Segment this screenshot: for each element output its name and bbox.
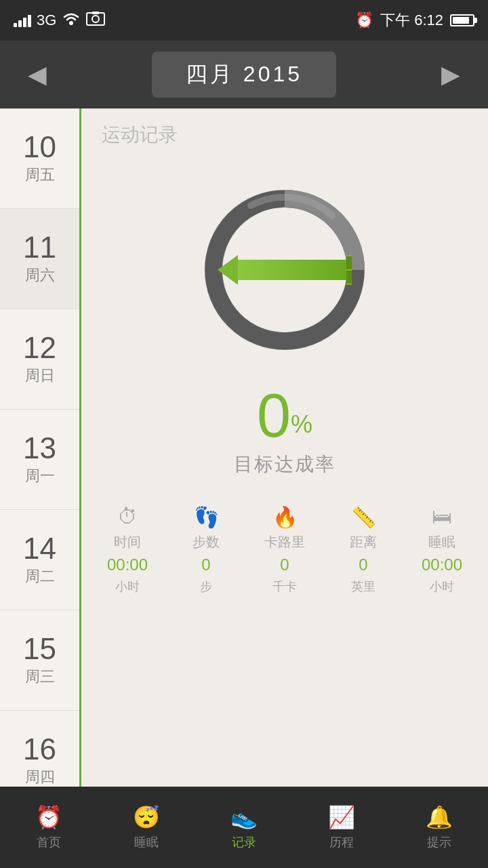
stat-item-3: 📏 距离 0 英里 (324, 505, 403, 595)
nav-icon: 📈 (328, 804, 355, 830)
stat-unit: 小时 (115, 578, 140, 595)
stat-value: 0 (359, 555, 367, 574)
svg-rect-3 (92, 12, 99, 14)
nav-item-提示[interactable]: 🔔 提示 (390, 804, 488, 850)
stat-unit: 小时 (430, 578, 454, 595)
percent-sign: % (291, 410, 312, 438)
date-day: 周日 (25, 366, 55, 386)
date-day: 周一 (25, 466, 55, 486)
date-number: 12 (23, 333, 56, 363)
signal-bars (14, 14, 31, 27)
nav-label: 睡眠 (134, 834, 159, 850)
status-right: ⏰ 下午 6:12 (355, 10, 474, 31)
nav-item-记录[interactable]: 👟 记录 (195, 804, 293, 850)
band-arrow (218, 255, 238, 285)
date-day: 周五 (25, 165, 55, 185)
nav-item-历程[interactable]: 📈 历程 (293, 804, 390, 850)
main-content: 10 周五 11 周六 12 周日 13 周一 14 周二 15 周三 16 周… (0, 108, 488, 814)
svg-rect-1 (87, 13, 104, 25)
stat-value: 00:00 (422, 555, 462, 574)
svg-point-0 (69, 21, 73, 25)
percent-value: 0 (257, 382, 291, 450)
date-item-15[interactable]: 15 周三 (0, 610, 79, 711)
stat-icon: ⏱ (117, 505, 138, 529)
stat-value: 00:00 (107, 555, 148, 574)
stat-label: 卡路里 (264, 533, 305, 551)
date-item-10[interactable]: 10 周五 (0, 108, 79, 209)
month-year-title: 四月 2015 (152, 52, 336, 98)
nav-label: 历程 (329, 834, 354, 850)
stat-icon: 📏 (351, 505, 376, 529)
stat-label: 距离 (350, 533, 377, 551)
bottom-nav: ⏰ 首页 😴 睡眠 👟 记录 📈 历程 🔔 提示 (0, 787, 488, 868)
date-item-11[interactable]: 11 周六 (0, 209, 79, 309)
nav-icon: 😴 (133, 804, 160, 830)
stats-row: ⏱ 时间 00:00 小时 👣 步数 0 步 🔥 卡路里 0 千卡 📏 距离 0… (81, 484, 488, 595)
band-body (238, 260, 346, 280)
stat-label: 步数 (192, 533, 220, 551)
nav-icon: ⏰ (35, 804, 62, 830)
band-end (346, 255, 352, 285)
stat-label: 睡眠 (428, 533, 455, 551)
date-day: 周六 (25, 265, 55, 285)
date-item-14[interactable]: 14 周二 (0, 510, 79, 610)
section-title: 运动记录 (81, 108, 488, 148)
percent-label: 目标达成率 (234, 452, 336, 477)
nav-item-首页[interactable]: ⏰ 首页 (0, 804, 98, 850)
date-day: 周三 (25, 667, 55, 687)
stat-item-0: ⏱ 时间 00:00 小时 (88, 505, 167, 595)
status-left: 3G (14, 11, 105, 30)
date-day: 周四 (25, 767, 55, 787)
progress-band (218, 255, 352, 285)
progress-percent: 0% 目标达成率 (234, 385, 336, 477)
battery-icon (450, 14, 474, 26)
header: ◀ 四月 2015 ▶ (0, 41, 488, 108)
date-number: 14 (23, 534, 56, 564)
nav-label: 提示 (427, 834, 451, 850)
stat-icon: 🛏 (432, 505, 452, 529)
status-bar: 3G ⏰ 下午 6:12 (0, 0, 488, 41)
stat-value: 0 (201, 555, 210, 574)
date-number: 11 (23, 233, 56, 262)
stat-value: 0 (280, 555, 289, 574)
network-label: 3G (37, 12, 56, 29)
nav-label: 首页 (37, 834, 61, 850)
content-area: 运动记录 (81, 108, 488, 814)
date-item-12[interactable]: 12 周日 (0, 309, 79, 410)
wifi-icon (62, 12, 81, 29)
alarm-icon: ⏰ (355, 12, 373, 29)
date-number: 15 (23, 634, 56, 664)
date-item-13[interactable]: 13 周一 (0, 410, 79, 510)
date-number: 10 (23, 132, 56, 162)
svg-point-2 (92, 16, 99, 22)
stat-unit: 千卡 (272, 578, 297, 595)
prev-month-button[interactable]: ◀ (20, 60, 54, 89)
nav-icon: 🔔 (426, 804, 453, 830)
stat-icon: 🔥 (272, 505, 298, 529)
photo-icon (86, 11, 105, 30)
date-number: 16 (23, 734, 56, 764)
stat-item-4: 🛏 睡眠 00:00 小时 (403, 505, 481, 595)
stat-icon: 👣 (194, 505, 219, 529)
time-display: 下午 6:12 (380, 10, 443, 31)
stat-unit: 步 (200, 578, 212, 595)
date-number: 13 (23, 433, 56, 463)
stat-label: 时间 (114, 533, 141, 551)
stat-item-1: 👣 步数 0 步 (167, 505, 245, 595)
stat-unit: 英里 (351, 578, 375, 595)
date-day: 周二 (25, 566, 55, 587)
nav-icon: 👟 (230, 804, 258, 830)
stat-item-2: 🔥 卡路里 0 千卡 (245, 505, 324, 595)
ring-container (81, 168, 488, 372)
next-month-button[interactable]: ▶ (434, 60, 468, 89)
date-sidebar: 10 周五 11 周六 12 周日 13 周一 14 周二 15 周三 16 周… (0, 108, 81, 814)
nav-label: 记录 (232, 834, 256, 850)
nav-item-睡眠[interactable]: 😴 睡眠 (98, 804, 195, 850)
